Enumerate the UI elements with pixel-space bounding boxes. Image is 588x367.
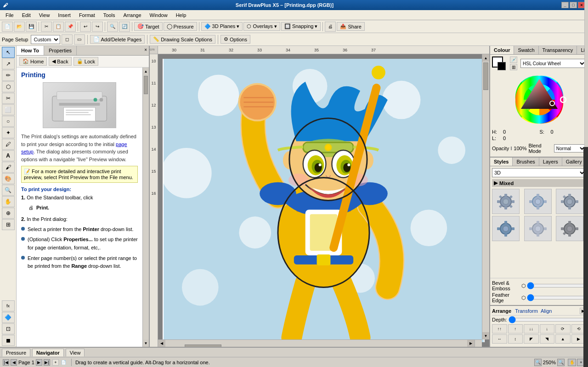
zoom-out-btn[interactable]: 🔍 — [534, 359, 542, 366]
help-back-button[interactable]: ◀ Back — [49, 57, 71, 66]
options-button[interactable]: ⚙ Options — [220, 35, 250, 44]
scroll-up-btn[interactable]: ▲ — [482, 54, 489, 62]
select-tool[interactable]: ↖ — [2, 47, 15, 58]
redo-button[interactable]: ↪ — [92, 22, 103, 32]
arrange-align-tc[interactable]: ▲ — [555, 334, 571, 344]
pan-mode-btn[interactable]: ✋ — [568, 359, 576, 366]
page-landscape-button[interactable]: ▭ — [74, 34, 85, 45]
rotate-button[interactable]: 🔄 — [119, 22, 130, 32]
save-button[interactable]: 💾 — [26, 22, 37, 32]
style-item-4[interactable] — [492, 216, 520, 241]
eyedropper-btn[interactable]: 💉 — [510, 56, 517, 63]
drawing-scale-button[interactable]: 📏 Drawing Scale Options — [150, 35, 215, 44]
target-button[interactable]: 🎯Target — [134, 22, 163, 31]
tab-how-to[interactable]: How To — [17, 46, 44, 55]
page-setup-select[interactable]: Custom A4 Letter — [31, 35, 60, 44]
prev-page-btn[interactable]: ◀ — [11, 359, 17, 366]
arrange-flip-v[interactable]: ↕ — [508, 334, 523, 344]
tab-align[interactable]: Align — [541, 308, 552, 314]
rect-tool[interactable]: ⬜ — [2, 104, 15, 115]
menu-view[interactable]: View — [35, 11, 54, 19]
new-button[interactable]: 📄 — [2, 22, 13, 32]
tab-view[interactable]: View — [66, 349, 85, 356]
style-item-5[interactable] — [524, 216, 552, 241]
colour-wheel-svg[interactable] — [512, 72, 567, 127]
menu-edit[interactable]: Edit — [18, 11, 34, 19]
connector-tool[interactable]: ⊕ — [2, 208, 15, 219]
zoom-button[interactable]: 🔍 — [107, 22, 118, 32]
add-page-btn[interactable]: + — [52, 359, 59, 366]
next-page-btn[interactable]: ▶ — [36, 359, 42, 366]
maximize-button[interactable]: □ — [570, 2, 577, 8]
color-fill-tool[interactable]: 🔷 — [2, 312, 15, 323]
node-tool[interactable]: ↗ — [2, 58, 15, 69]
3d-planes-button[interactable]: 🔷3D Planes ▾ — [201, 22, 243, 31]
add-delete-pages-button[interactable]: 📄 Add/Delete Pages — [90, 35, 145, 44]
arrange-rotate-cw[interactable]: ⟳ — [555, 324, 571, 333]
first-page-btn[interactable]: |◀ — [3, 359, 9, 366]
styles-category-select[interactable]: 3D 2D Artistic — [492, 168, 586, 177]
minimize-button[interactable]: _ — [561, 2, 569, 8]
copy-button[interactable]: 📋 — [53, 22, 64, 32]
opacity-thumb[interactable] — [583, 147, 588, 347]
scroll-up[interactable]: ▲ — [143, 68, 149, 75]
colour-swatches[interactable] — [492, 56, 506, 70]
page-portrait-button[interactable]: ◻ — [62, 34, 73, 45]
arrange-flip-h[interactable]: ↔ — [492, 334, 507, 344]
overlays-button[interactable]: ⬡Overlays ▾ — [243, 22, 280, 31]
colour-mode-btn[interactable]: ▥ — [510, 64, 517, 70]
menu-format[interactable]: Format — [75, 11, 99, 19]
tab-pressure[interactable]: Pressure — [2, 349, 30, 356]
tab-properties[interactable]: Properties — [44, 46, 77, 55]
style-item-1[interactable] — [492, 189, 520, 214]
paste-button[interactable]: 📌 — [65, 22, 76, 32]
help-lock-button[interactable]: 🔒 Lock — [74, 57, 98, 66]
bevel-slider[interactable] — [527, 282, 586, 289]
arrange-backward[interactable]: ↓ — [540, 324, 555, 333]
menu-help[interactable]: Help — [172, 11, 190, 19]
menu-tools[interactable]: Tools — [100, 11, 119, 19]
tab-transparency[interactable]: Transparency — [539, 46, 577, 54]
help-scrollbar[interactable]: ▲ ▼ — [142, 68, 149, 347]
canvas-scrollbar-h[interactable]: ◀ ▶ — [158, 339, 482, 347]
last-page-btn[interactable]: ▶| — [44, 359, 50, 366]
window-controls[interactable]: _ □ × — [561, 2, 585, 8]
fill-tool[interactable]: 🎨 — [2, 173, 15, 184]
menu-insert[interactable]: Insert — [54, 11, 74, 19]
canvas-viewport[interactable]: ▲ ▼ ◀ ▶ — [158, 54, 489, 347]
page-setup-link[interactable]: page setup — [21, 141, 127, 155]
cut-button[interactable]: ✂ — [41, 22, 52, 32]
star-tool[interactable]: ✦ — [2, 127, 15, 138]
tab-colour[interactable]: Colour — [490, 46, 514, 54]
crop-tool[interactable]: ⊡ — [2, 323, 15, 334]
arrange-to-front[interactable]: ↑↑ — [492, 324, 507, 333]
placeholder-tool[interactable]: ◼ — [2, 335, 15, 346]
scroll-left-btn[interactable]: ◀ — [158, 340, 165, 347]
tab-transform[interactable]: Transform — [515, 308, 538, 314]
cut-tool[interactable]: ✂ — [2, 93, 15, 104]
arrange-align-tl[interactable]: ◤ — [524, 334, 539, 344]
arrange-to-back[interactable]: ↓↓ — [524, 324, 539, 333]
snapping-button[interactable]: 🔲Snapping ▾ — [281, 22, 321, 31]
tab-navigator[interactable]: Navigator — [32, 349, 64, 356]
zoom-in-btn[interactable]: 🔍 — [557, 359, 565, 366]
style-item-2[interactable] — [524, 189, 552, 214]
tab-brushes[interactable]: Brushes — [513, 158, 539, 166]
arrange-forward[interactable]: ↑ — [508, 324, 523, 333]
tab-gallery[interactable]: Gallery — [562, 158, 586, 166]
fx-tool[interactable]: fx — [2, 300, 15, 311]
shape-tool[interactable]: ⬡ — [2, 81, 15, 92]
scroll-v-thumb[interactable] — [483, 62, 488, 90]
canvas-scrollbar-v[interactable]: ▲ ▼ — [482, 54, 489, 339]
style-item-6[interactable] — [556, 216, 583, 241]
open-button[interactable]: 📂 — [14, 22, 25, 32]
colour-wheel-select[interactable]: HSL Colour Wheel RGB CMYK — [520, 59, 586, 68]
pen-tool[interactable]: 🖊 — [2, 139, 15, 150]
print-button[interactable]: 🖨 — [325, 22, 336, 32]
ellipse-tool[interactable]: ○ — [2, 116, 15, 127]
blend-mode-select[interactable]: Normal Multiply Screen — [554, 144, 586, 152]
menu-file[interactable]: File — [2, 11, 17, 19]
depth-slider[interactable] — [509, 317, 586, 322]
feather-slider[interactable] — [527, 294, 586, 301]
tab-swatch[interactable]: Swatch — [514, 46, 538, 54]
